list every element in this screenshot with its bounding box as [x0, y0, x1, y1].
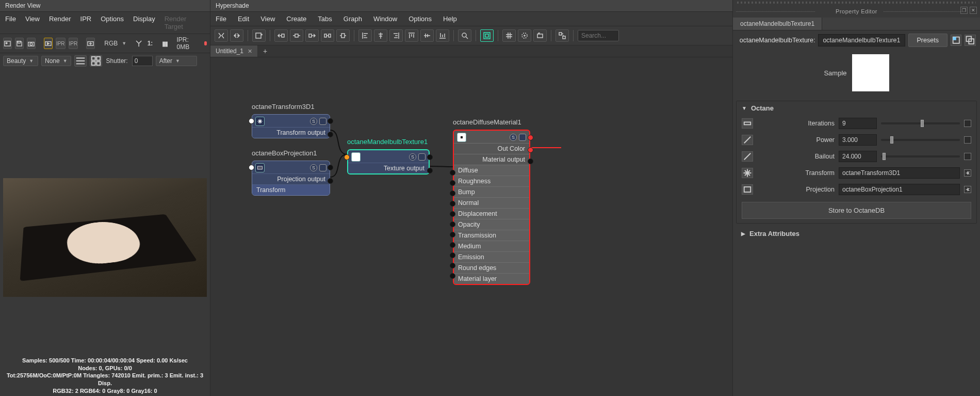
clear-graph-icon[interactable] [215, 29, 228, 42]
output-port[interactable] [427, 154, 433, 160]
none-dropdown[interactable]: None▼ [41, 56, 71, 66]
grid-snap-icon[interactable] [502, 29, 516, 42]
input-port[interactable] [450, 170, 455, 176]
after-dropdown[interactable]: After▼ [156, 56, 197, 66]
input-port[interactable] [344, 154, 350, 160]
shutter-input[interactable] [132, 56, 153, 66]
io-connections-icon[interactable] [290, 29, 303, 42]
bailout-map-button[interactable] [964, 153, 971, 160]
sample-swatch[interactable] [852, 54, 889, 91]
grid-icon[interactable] [90, 55, 102, 67]
store-to-octanedb-button[interactable]: Store to OctaneDB [742, 202, 971, 219]
bailout-icon[interactable] [742, 151, 753, 162]
input-port[interactable] [450, 273, 455, 279]
menu-options[interactable]: Options [101, 15, 124, 30]
presets-button[interactable]: Presets [908, 34, 948, 47]
hs-menu-create[interactable]: Create [286, 15, 306, 23]
frame-all-icon[interactable] [480, 29, 494, 42]
bailout-slider[interactable] [881, 155, 960, 157]
node-menu-icon[interactable] [319, 118, 326, 125]
node-octane-transform3d[interactable]: octaneTransform3D1 S Transform output [252, 114, 330, 138]
transform-map-button[interactable] [964, 169, 971, 177]
menu-ipr[interactable]: IPR [80, 15, 92, 30]
section-octane[interactable]: ▼ Octane [737, 101, 976, 115]
output-port[interactable] [328, 118, 333, 124]
exposure-icon[interactable] [135, 38, 143, 49]
ipr-start-icon[interactable]: IPR [56, 38, 66, 49]
iterations-map-button[interactable] [964, 120, 971, 127]
input-port[interactable] [450, 252, 455, 258]
property-tab-node[interactable]: octaneMandelbulbTexture1 [733, 18, 822, 30]
layers-icon[interactable] [74, 55, 87, 67]
hs-menu-edit[interactable]: Edit [238, 15, 249, 23]
bookmark-icon[interactable] [533, 29, 547, 42]
power-map-button[interactable] [964, 136, 971, 144]
hs-menu-help[interactable]: Help [443, 15, 457, 23]
input-port[interactable] [450, 232, 455, 237]
node-menu-icon[interactable] [418, 153, 426, 161]
hs-menu-options[interactable]: Options [409, 15, 432, 23]
output-port[interactable] [328, 178, 333, 184]
close-tab-icon[interactable]: ✕ [248, 48, 252, 55]
projection-map-button[interactable] [964, 186, 971, 193]
output-port[interactable] [528, 135, 533, 140]
pause-icon[interactable]: ▮▮ [162, 40, 167, 47]
input-port[interactable] [450, 201, 455, 207]
node-menu-icon[interactable] [519, 134, 526, 141]
node-octane-mandelbulb-texture[interactable]: octaneMandelbulbTexture1 S Texture outpu… [347, 149, 430, 175]
input-port[interactable] [450, 263, 455, 268]
open-image-icon[interactable] [3, 38, 12, 49]
snapshot-icon[interactable] [27, 38, 36, 49]
input-port[interactable] [450, 180, 455, 186]
menu-file[interactable]: File [5, 15, 16, 30]
input-port[interactable] [450, 191, 455, 196]
save-image-icon[interactable] [15, 38, 24, 49]
zoom-icon[interactable] [458, 29, 471, 42]
show-hide-icon[interactable] [951, 35, 962, 46]
transform-icon[interactable] [742, 168, 753, 178]
output-port[interactable] [528, 147, 533, 153]
output-port[interactable] [528, 159, 533, 164]
projection-icon[interactable] [742, 184, 753, 195]
power-input[interactable] [839, 134, 877, 146]
hs-menu-graph[interactable]: Graph [344, 15, 362, 23]
expand-io-icon[interactable] [321, 29, 334, 42]
projection-input[interactable] [839, 184, 960, 195]
search-input[interactable] [578, 30, 619, 41]
input-port[interactable] [450, 211, 455, 217]
output-port[interactable] [328, 165, 333, 170]
hs-menu-tabs[interactable]: Tabs [318, 15, 332, 23]
input-connections-icon[interactable] [274, 29, 288, 42]
section-extra-attributes[interactable]: ▶ Extra Attributes [736, 227, 977, 241]
menu-render[interactable]: Render [49, 15, 71, 30]
color-mode-label[interactable]: RGB [103, 40, 119, 47]
node-name-field[interactable]: octaneMandelbulbTexture1 [818, 34, 905, 46]
ipr-refresh-icon[interactable]: IPR [69, 38, 78, 49]
input-port[interactable] [450, 221, 455, 227]
solo-material-icon[interactable] [556, 29, 569, 42]
align-top-icon[interactable] [405, 29, 418, 42]
node-s-icon[interactable]: S [510, 134, 517, 141]
input-port[interactable] [249, 118, 254, 124]
iterations-slider[interactable] [881, 122, 960, 124]
pass-dropdown[interactable]: Beauty▼ [3, 56, 38, 66]
copy-tab-icon[interactable] [965, 35, 976, 46]
menu-view[interactable]: View [25, 15, 40, 30]
output-port[interactable] [328, 132, 333, 137]
render-viewport[interactable]: Samples: 500/500 Time: 00:00:04/00:00:04… [0, 69, 210, 396]
close-window-icon[interactable]: ✕ [970, 7, 977, 14]
hs-menu-view[interactable]: View [260, 15, 275, 23]
bailout-input[interactable] [839, 151, 877, 162]
input-port[interactable] [249, 165, 254, 170]
iterations-input[interactable] [839, 118, 877, 129]
add-tab-icon[interactable] [252, 29, 266, 42]
power-slider[interactable] [881, 139, 960, 141]
align-middle-icon[interactable] [420, 29, 434, 42]
toggle-grid-icon[interactable] [518, 29, 531, 42]
hs-menu-window[interactable]: Window [373, 15, 397, 23]
node-octane-box-projection[interactable]: octaneBoxProjection1 S Projection output… [252, 161, 330, 196]
tab-untitled-1[interactable]: Untitled_1 ✕ [210, 45, 258, 57]
render-settings-icon[interactable] [86, 38, 95, 49]
node-s-icon[interactable]: S [409, 153, 416, 161]
transform-input[interactable] [839, 167, 960, 179]
